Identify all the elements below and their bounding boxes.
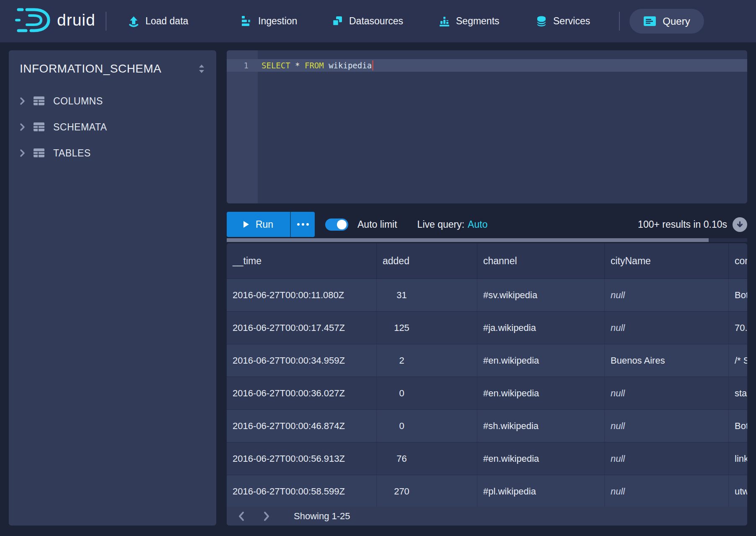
cell-added[interactable]: 0 — [377, 377, 477, 409]
nav-item-datasources[interactable]: Datasources — [331, 0, 403, 42]
cell-time[interactable]: 2016-06-27T00:00:58.599Z — [227, 475, 377, 507]
sql-star: * — [290, 61, 305, 70]
cell-channel[interactable]: #sv.wikipedia — [477, 279, 605, 311]
results-header-row: __time added channel cityName comment — [227, 243, 747, 279]
run-button[interactable]: Run — [227, 212, 290, 237]
nav-item-query[interactable]: Query — [629, 9, 704, 34]
play-icon — [243, 221, 249, 228]
run-toolbar: Run Auto limit Live query:Auto 100+ resu… — [227, 212, 747, 237]
sql-editor[interactable]: 1 SELECT * FROM wikipedia — [227, 50, 747, 203]
sql-keyword: SELECT — [261, 61, 290, 70]
double-caret-vertical-icon[interactable] — [198, 64, 205, 74]
live-query-label: Live query: — [417, 219, 465, 230]
live-query-value[interactable]: Auto — [468, 219, 487, 230]
upload-icon — [128, 16, 140, 27]
query-icon — [643, 16, 656, 27]
sql-identifier: wikipedia — [324, 61, 372, 70]
cell-time[interactable]: 2016-06-27T00:00:46.874Z — [227, 410, 377, 442]
cell-comment[interactable]: 70. — [729, 312, 747, 344]
download-icon — [736, 221, 743, 228]
download-button[interactable] — [733, 217, 747, 232]
cell-city[interactable]: null — [605, 475, 729, 507]
cell-added[interactable]: 270 — [377, 475, 477, 507]
column-header-time[interactable]: __time — [227, 243, 377, 278]
table-row: 2016-06-27T00:00:17.457Z 125 #ja.wikiped… — [227, 312, 747, 344]
nav-item-ingestion[interactable]: Ingestion — [241, 0, 297, 42]
datasources-icon — [331, 16, 343, 27]
next-page-button[interactable] — [260, 509, 273, 523]
cell-comment[interactable]: utw — [729, 475, 747, 507]
table-row: 2016-06-27T00:00:56.913Z 76 #en.wikipedi… — [227, 442, 747, 475]
run-button-label: Run — [256, 219, 273, 230]
cell-added[interactable]: 125 — [377, 312, 477, 344]
run-more-button[interactable] — [290, 212, 315, 237]
nav-item-segments[interactable]: Segments — [439, 0, 500, 42]
nav-item-services[interactable]: Services — [536, 0, 590, 42]
cell-time[interactable]: 2016-06-27T00:00:17.457Z — [227, 312, 377, 344]
column-header-added[interactable]: added — [377, 243, 477, 278]
schema-sidebar: INFORMATION_SCHEMA COLUMNS — [9, 50, 216, 526]
ellipsis-icon — [297, 223, 300, 226]
table-icon — [34, 96, 45, 106]
cell-time[interactable]: 2016-06-27T00:00:34.959Z — [227, 344, 377, 377]
editor-gutter — [227, 50, 258, 203]
live-query: Live query:Auto — [417, 219, 488, 230]
tree-item-label: SCHEMATA — [53, 122, 107, 133]
schema-tree: COLUMNS SCHEMATA — [9, 88, 216, 166]
segments-icon — [439, 16, 450, 27]
table-row: 2016-06-27T00:00:34.959Z 2 #en.wikipedia… — [227, 344, 747, 377]
results-summary: 100+ results in 0.10s — [638, 219, 727, 230]
navbar: druid Load data Ingestion — [0, 0, 756, 42]
cell-channel[interactable]: #en.wikipedia — [477, 377, 605, 409]
cell-channel[interactable]: #sh.wikipedia — [477, 410, 605, 442]
line-number: 1 — [227, 61, 258, 70]
cell-comment[interactable]: Bot — [729, 279, 747, 311]
cell-comment[interactable]: link — [729, 442, 747, 475]
results-footer: Showing 1-25 — [227, 507, 747, 526]
showing-range-label: Showing 1-25 — [294, 511, 350, 522]
cell-comment[interactable]: /* S — [729, 344, 747, 377]
cell-time[interactable]: 2016-06-27T00:00:56.913Z — [227, 442, 377, 475]
tree-item-columns[interactable]: COLUMNS — [9, 88, 216, 114]
cell-added[interactable]: 31 — [377, 279, 477, 311]
cell-city[interactable]: null — [605, 442, 729, 475]
sql-keyword: FROM — [305, 61, 324, 70]
results-panel: __time added channel cityName comment 20… — [227, 243, 747, 526]
cell-added[interactable]: 2 — [377, 344, 477, 377]
cell-city[interactable]: null — [605, 410, 729, 442]
column-header-channel[interactable]: channel — [477, 243, 605, 278]
nav-item-label: Query — [663, 16, 690, 27]
tree-item-label: TABLES — [53, 148, 91, 159]
navbar-divider — [619, 12, 620, 31]
cell-city[interactable]: null — [605, 279, 729, 311]
cell-city[interactable]: null — [605, 377, 729, 409]
cell-comment[interactable]: Bot — [729, 410, 747, 442]
prev-page-button[interactable] — [235, 509, 248, 523]
tree-item-schemata[interactable]: SCHEMATA — [9, 114, 216, 140]
cell-channel[interactable]: #ja.wikipedia — [477, 312, 605, 344]
editor-active-line: 1 SELECT * FROM wikipedia — [227, 59, 747, 72]
services-icon — [536, 15, 547, 28]
cell-time[interactable]: 2016-06-27T00:00:36.027Z — [227, 377, 377, 409]
tree-item-tables[interactable]: TABLES — [9, 140, 216, 166]
auto-limit-label: Auto limit — [357, 219, 397, 230]
horizontal-scrollbar-track — [227, 238, 747, 242]
cell-time[interactable]: 2016-06-27T00:00:11.080Z — [227, 279, 377, 311]
cell-added[interactable]: 76 — [377, 442, 477, 475]
table-row: 2016-06-27T00:00:36.027Z 0 #en.wikipedia… — [227, 377, 747, 410]
table-row: 2016-06-27T00:00:46.874Z 0 #sh.wikipedia… — [227, 410, 747, 442]
cell-comment[interactable]: sta — [729, 377, 747, 409]
cell-channel[interactable]: #en.wikipedia — [477, 344, 605, 377]
nav-item-label: Ingestion — [258, 16, 297, 27]
cell-added[interactable]: 0 — [377, 410, 477, 442]
column-header-cityname[interactable]: cityName — [605, 243, 729, 278]
druid-logo[interactable]: druid — [14, 7, 96, 33]
cell-channel[interactable]: #en.wikipedia — [477, 442, 605, 475]
horizontal-scrollbar-thumb[interactable] — [227, 238, 709, 242]
auto-limit-toggle[interactable] — [325, 219, 348, 231]
cell-city[interactable]: Buenos Aires — [605, 344, 729, 377]
cell-channel[interactable]: #pl.wikipedia — [477, 475, 605, 507]
nav-item-load-data[interactable]: Load data — [128, 0, 188, 42]
column-header-comment[interactable]: comment — [729, 243, 747, 278]
cell-city[interactable]: null — [605, 312, 729, 344]
